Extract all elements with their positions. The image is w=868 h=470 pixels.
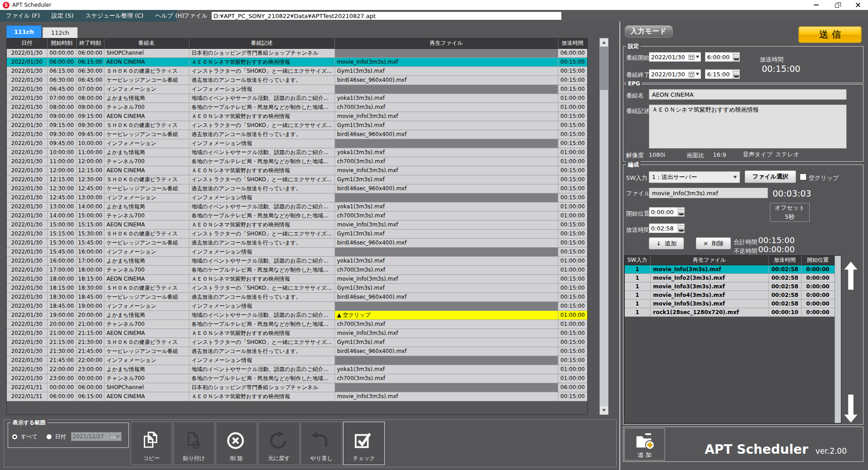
schedule-cell-dur[interactable]: 00:15:00 (558, 274, 587, 283)
schedule-cell-start[interactable]: 23:00:00 (47, 374, 76, 383)
file-path-input[interactable] (211, 11, 562, 20)
playlist-cell-dur[interactable]: 00:02:58 (769, 282, 801, 291)
schedule-cell-date[interactable]: 2022/01/30 (7, 202, 47, 211)
schedule-cell-file[interactable]: Gym1(3m3s).mxf (335, 175, 558, 184)
schedule-cell-date[interactable]: 2022/01/30 (7, 347, 47, 356)
end-date-calendar-button[interactable] (689, 71, 701, 77)
schedule-cell-dur[interactable]: 00:15:00 (558, 112, 587, 121)
schedule-cell-desc[interactable]: ＡＥＯＮシネマ筑紫野おすすめ映画情報 (189, 112, 335, 121)
schedule-cell-end[interactable]: 20:00:00 (76, 310, 104, 320)
schedule-cell-desc[interactable]: 地域のイベントやサークル活動、話題のお店のご紹介... (189, 94, 335, 103)
schedule-row[interactable]: 2022/01/3023:00:0000:00:00チャンネル700各地のケーブ… (7, 374, 587, 383)
schedule-cell-name[interactable]: チャンネル700 (104, 157, 189, 166)
schedule-row[interactable]: 2022/01/3009:45:0010:00:00インフォメーションインフォメ… (7, 139, 587, 148)
schedule-cell-desc[interactable]: インフォメーション情報 (189, 193, 335, 202)
schedule-cell-date[interactable]: 2022/01/30 (7, 301, 47, 310)
schedule-cell-date[interactable]: 2022/01/30 (7, 121, 47, 130)
schedule-row[interactable]: 2022/01/3015:15:0015:30:00ＳＨＯＫＯの健康ピラティスイ… (7, 229, 587, 238)
playlist-row[interactable]: 1movie_Info5(3m3s).mxf00:02:580:00:00 (625, 299, 835, 308)
schedule-cell-start[interactable]: 06:15:00 (47, 66, 76, 75)
schedule-cell-desc[interactable]: 日本初のショッピング専門番組ショップチャンネル (189, 383, 335, 392)
schedule-cell-dur[interactable]: 01:00:00 (558, 374, 587, 383)
schedule-cell-start[interactable]: 16:00:00 (47, 256, 76, 265)
schedule-cell-date[interactable]: 2022/01/30 (7, 48, 47, 57)
playlist-cell-pos[interactable]: 0:00:00 (801, 282, 835, 291)
program-end-date-field[interactable]: 2022/01/30 (649, 69, 701, 79)
schedule-cell-end[interactable]: 00:00:00 (76, 374, 104, 383)
tab-111ch[interactable]: 111ch (6, 25, 42, 38)
empty-clip-checkbox[interactable] (800, 174, 807, 180)
schedule-cell-desc[interactable]: インフォメーション情報 (189, 139, 335, 148)
schedule-cell-end[interactable]: 18:30:00 (76, 283, 104, 292)
schedule-cell-file[interactable] (335, 85, 558, 94)
schedule-cell-name[interactable]: AEON CINEMA (104, 392, 189, 401)
schedule-row[interactable]: 2022/01/3006:45:0007:00:00インフォメーションインフォメ… (7, 85, 587, 94)
schedule-cell-start[interactable]: 18:00:00 (47, 274, 76, 283)
schedule-cell-name[interactable]: ＳＨＯＫＯの健康ピラティス (104, 66, 189, 75)
schedule-cell-dur[interactable]: 01:00:00 (558, 211, 587, 220)
close-button[interactable] (847, 0, 868, 10)
playlist-row[interactable]: 1movie_Info2(3m3s).mxf00:02:580:00:00 (625, 273, 835, 282)
schedule-cell-desc[interactable]: インストラクターの「SHOKO」と一緒にエクササイズ... (189, 229, 335, 238)
epg-name-input[interactable] (649, 89, 847, 100)
toolbar-button-check[interactable]: チェック (343, 422, 385, 465)
schedule-cell-file[interactable]: Gym1(3m3s).mxf (335, 229, 558, 238)
schedule-cell-dur[interactable]: 00:15:00 (558, 175, 587, 184)
schedule-cell-name[interactable]: よかまち情報局 (104, 310, 189, 320)
schedule-row[interactable]: 2022/01/3006:30:0006:45:00ケービレッジアンコール番組過… (7, 75, 587, 85)
schedule-cell-name[interactable]: よかまち情報局 (104, 365, 189, 374)
schedule-cell-start[interactable]: 12:00:00 (47, 166, 76, 175)
start-date-calendar-button[interactable] (689, 54, 701, 60)
schedule-cell-date[interactable]: 2022/01/30 (7, 329, 47, 338)
schedule-cell-file[interactable]: yoka1(3m3s).mxf (335, 94, 558, 103)
move-down-button[interactable] (844, 395, 858, 423)
schedule-cell-date[interactable]: 2022/01/30 (7, 365, 47, 374)
playlist-cell-pos[interactable]: 0:00:00 (801, 299, 835, 308)
schedule-cell-file[interactable]: ch700(3m3s).mxf (335, 211, 558, 220)
schedule-cell-dur[interactable]: 01:00:00 (558, 103, 587, 112)
schedule-cell-dur[interactable]: 01:00:00 (558, 148, 587, 157)
schedule-cell-date[interactable]: 2022/01/30 (7, 247, 47, 256)
start-position-field[interactable]: 0:00:00 (649, 207, 685, 217)
schedule-cell-date[interactable]: 2022/01/30 (7, 338, 47, 347)
schedule-cell-end[interactable]: 07:00:00 (76, 85, 104, 94)
schedule-cell-dur[interactable]: 00:15:00 (558, 166, 587, 175)
schedule-cell-date[interactable]: 2022/01/30 (7, 66, 47, 75)
schedule-cell-end[interactable]: 21:30:00 (76, 338, 104, 347)
playlist-cell-sw[interactable]: 1 (625, 299, 650, 308)
schedule-cell-dur[interactable]: 00:15:00 (558, 75, 587, 85)
menu-item-1[interactable]: 設定 (S) (46, 10, 80, 22)
delete-button[interactable]: × 削除 (696, 237, 731, 249)
schedule-cell-start[interactable]: 06:30:00 (47, 75, 76, 85)
schedule-cell-file[interactable]: ch700(3m3s).mxf (335, 265, 558, 274)
schedule-cell-dur[interactable]: 01:00:00 (558, 310, 587, 320)
schedule-cell-dur[interactable]: 01:00:00 (558, 365, 587, 374)
schedule-cell-end[interactable]: 18:00:00 (76, 265, 104, 274)
schedule-cell-end[interactable]: 15:30:00 (76, 229, 104, 238)
schedule-cell-end[interactable]: 06:00:00 (76, 383, 104, 392)
range-date-field[interactable]: 2021/12/27 (71, 432, 122, 441)
schedule-row[interactable]: 2022/01/3106:00:0006:15:00AEON CINEMAＡＥＯ… (7, 392, 587, 401)
schedule-row[interactable]: 2022/01/3015:30:0015:45:00ケービレッジアンコール番組過… (7, 238, 587, 247)
add-button[interactable]: ↓ 追加 (649, 237, 684, 249)
schedule-cell-name[interactable]: ケービレッジアンコール番組 (104, 238, 189, 247)
schedule-cell-desc[interactable]: インストラクターの「SHOKO」と一緒にエクササイズ... (189, 175, 335, 184)
schedule-cell-end[interactable]: 12:45:00 (76, 184, 104, 193)
program-start-time-field[interactable]: 6:00:00 (705, 52, 740, 62)
schedule-cell-start[interactable]: 09:00:00 (47, 112, 76, 121)
schedule-cell-date[interactable]: 2022/01/30 (7, 356, 47, 365)
schedule-cell-file[interactable]: yoka1(3m3s).mxf (335, 202, 558, 211)
schedule-cell-file[interactable] (335, 48, 558, 57)
schedule-cell-start[interactable]: 15:45:00 (47, 247, 76, 256)
epg-desc-textarea[interactable]: ＡＥＯＮシネマ筑紫野おすすめ映画情報 (649, 104, 847, 149)
schedule-cell-start[interactable]: 13:00:00 (47, 202, 76, 211)
playlist-cell-sw[interactable]: 1 (625, 273, 650, 282)
schedule-row[interactable]: 2022/01/3007:00:0008:00:00よかまち情報局地域のイベント… (7, 94, 587, 103)
schedule-cell-dur[interactable]: 00:15:00 (558, 338, 587, 347)
schedule-cell-dur[interactable]: 00:15:00 (558, 283, 587, 292)
schedule-cell-desc[interactable]: 地域のイベントやサークル活動、話題のお店のご紹介... (189, 365, 335, 374)
schedule-cell-desc[interactable]: 各地のケーブルテレビ局・民放局などが制作した地域... (189, 103, 335, 112)
playlist-cell-sw[interactable]: 1 (625, 308, 650, 316)
schedule-cell-file[interactable]: ch700(3m3s).mxf (335, 157, 558, 166)
schedule-cell-file[interactable]: ch700(3m3s).mxf (335, 103, 558, 112)
